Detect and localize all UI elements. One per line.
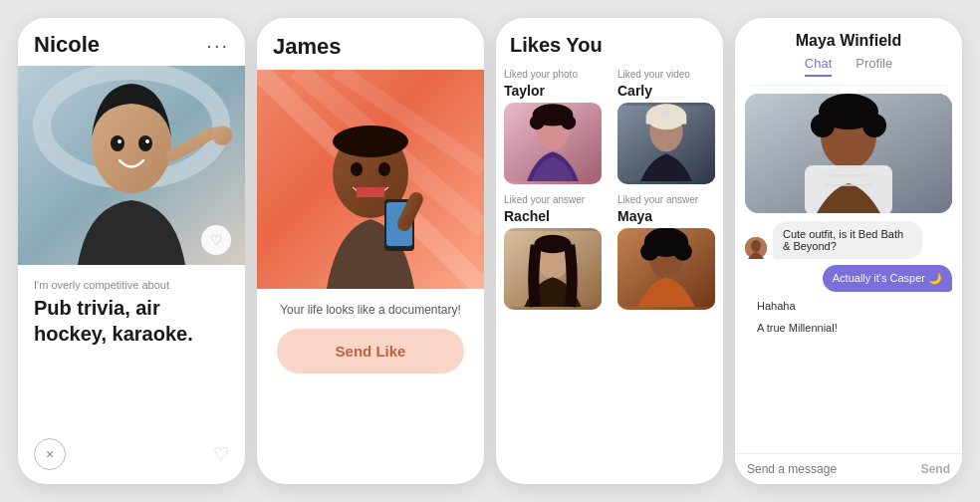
svg-rect-14	[357, 187, 384, 197]
svg-point-4	[138, 135, 152, 151]
likes-grid: Liked your photo Taylor	[496, 63, 723, 314]
likes-you-title: Likes You	[496, 18, 723, 63]
chat-input-row: Send	[735, 453, 962, 484]
card1-bio-text: Pub trivia, air hockey, karaoke.	[18, 295, 245, 347]
person-name-carly: Carly	[617, 83, 715, 99]
card1-name: Nicole	[34, 32, 100, 58]
rachel-photo-svg	[504, 228, 602, 310]
svg-point-3	[111, 135, 124, 151]
svg-point-28	[662, 110, 669, 117]
taylor-photo-svg	[504, 103, 602, 184]
list-item[interactable]: Liked your answer Rachel	[496, 188, 610, 314]
card1-bio-label: I'm overly competitive about	[18, 265, 245, 295]
carly-photo-svg	[617, 103, 715, 184]
chat-text-message: Hahaha	[745, 298, 952, 314]
svg-point-31	[535, 235, 572, 253]
maya-chat-photo-svg	[745, 94, 952, 213]
svg-point-5	[118, 139, 122, 143]
card-chat: Maya Winfield Chat Profile	[735, 18, 962, 484]
liked-action-label: Liked your video	[617, 69, 715, 80]
card2-name: James	[257, 18, 484, 70]
chat-person-name: Maya Winfield	[751, 32, 946, 50]
svg-point-23	[561, 115, 576, 129]
chat-message-row: Cute outfit, is it Bed Bath & Beyond?	[745, 221, 952, 259]
card1-header: Nicole ···	[18, 18, 245, 66]
james-photo-svg	[257, 70, 484, 289]
taylor-photo	[504, 103, 602, 184]
svg-point-22	[530, 115, 545, 129]
chat-bubble-sent: Actually it's Casper 🌙	[823, 265, 952, 292]
screens-container: Nicole ···	[0, 0, 980, 502]
svg-point-36	[673, 242, 691, 260]
person-name-maya: Maya	[617, 208, 715, 224]
chat-messages: Cute outfit, is it Bed Bath & Beyond? Ac…	[735, 221, 962, 336]
tab-profile[interactable]: Profile	[856, 56, 892, 77]
tab-chat[interactable]: Chat	[805, 56, 832, 77]
svg-point-16	[378, 162, 390, 176]
card2-caption: Your life looks like a documentary!	[257, 289, 484, 329]
card4-header: Maya Winfield Chat Profile	[735, 18, 962, 94]
svg-point-13	[333, 126, 408, 157]
send-like-button[interactable]: Send Like	[277, 329, 464, 374]
card1-dislike-button[interactable]: ×	[34, 438, 66, 470]
rachel-photo	[504, 228, 602, 310]
message-input[interactable]	[747, 462, 921, 476]
chat-tabs: Chat Profile	[751, 56, 946, 86]
card-nicole: Nicole ···	[18, 18, 245, 484]
send-button[interactable]: Send	[921, 462, 950, 476]
maya-grid-photo	[617, 228, 715, 310]
liked-action-label: Liked your answer	[504, 194, 602, 205]
svg-point-42	[862, 114, 886, 137]
svg-rect-27	[646, 119, 687, 125]
avatar	[745, 237, 767, 259]
card-likes-you: Likes You Liked your photo Taylor	[496, 18, 723, 484]
card1-photo: ♡	[18, 66, 245, 265]
liked-action-label: Liked your photo	[504, 69, 602, 80]
svg-point-47	[751, 240, 761, 252]
carly-photo	[617, 103, 715, 184]
chat-header-photo	[745, 94, 952, 213]
list-item[interactable]: Liked your video Carly	[610, 63, 723, 188]
card1-bottom: × ♡	[18, 438, 245, 470]
chat-bubble-received: Cute outfit, is it Bed Bath & Beyond?	[773, 221, 922, 259]
card1-heart-button[interactable]: ♡	[213, 443, 229, 465]
card-james: James	[257, 18, 484, 484]
list-item[interactable]: Liked your photo Taylor	[496, 63, 610, 188]
list-item[interactable]: Liked your answer Maya	[610, 188, 723, 314]
svg-point-37	[659, 229, 674, 244]
svg-point-41	[811, 114, 835, 137]
person-name-rachel: Rachel	[504, 208, 602, 224]
liked-action-label: Liked your answer	[617, 194, 715, 205]
svg-point-35	[640, 242, 658, 260]
more-options-icon[interactable]: ···	[206, 34, 229, 57]
card2-photo	[257, 70, 484, 289]
svg-point-6	[145, 139, 149, 143]
maya-photo-svg	[617, 228, 715, 310]
card1-like-icon[interactable]: ♡	[201, 225, 231, 255]
person-name-taylor: Taylor	[504, 83, 602, 99]
chat-text-message: A true Millennial!	[745, 320, 952, 336]
svg-point-15	[351, 162, 363, 176]
svg-point-7	[212, 126, 232, 145]
svg-point-26	[646, 104, 687, 129]
chat-message-row: Actually it's Casper 🌙	[745, 265, 952, 292]
